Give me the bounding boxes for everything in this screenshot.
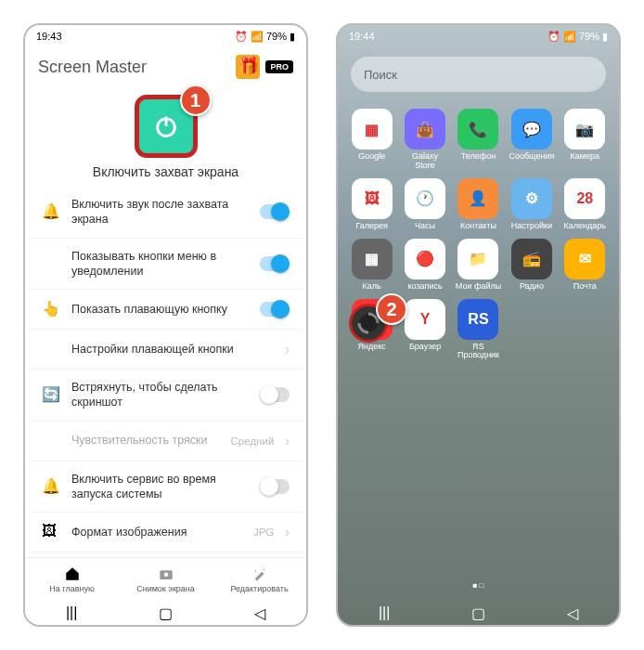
setting-label: Показать плавающую кнопку xyxy=(71,302,249,317)
app-каль[interactable]: ▦Каль xyxy=(349,239,394,292)
app-icon: ▦ xyxy=(352,239,393,280)
setting-item[interactable]: 👆Показать плавающую кнопку xyxy=(29,290,303,330)
toggle-switch[interactable] xyxy=(260,387,290,402)
status-bar: 19:44 ⏰ 📶 79% ▮ xyxy=(338,25,619,47)
toggle-switch[interactable] xyxy=(260,256,290,271)
app-label: Телефон xyxy=(456,152,501,162)
system-nav: ||| ▢ ◁ xyxy=(338,601,619,625)
app-label: Радио xyxy=(509,282,554,292)
app-label: Часы xyxy=(402,222,447,231)
app-браузер[interactable]: YБраузер xyxy=(402,299,447,361)
app-label: козапись xyxy=(402,282,447,292)
setting-item[interactable]: Чувствительность тряскиСредний› xyxy=(29,422,303,462)
app-icon: 📁 xyxy=(457,239,498,280)
setting-label: Показывать кнопки меню в уведомлении xyxy=(71,249,249,280)
setting-value: JPG xyxy=(253,526,274,538)
toggle-switch[interactable] xyxy=(260,479,290,494)
signal-icon: 📶 xyxy=(563,31,576,43)
setting-label: Включить звук после захвата экрана xyxy=(71,197,249,228)
search-placeholder: Поиск xyxy=(364,68,397,82)
search-bar[interactable]: Поиск xyxy=(351,57,606,92)
app-почта[interactable]: ✉Почта xyxy=(562,239,608,292)
signal-icon: 📶 xyxy=(251,31,264,43)
app-сообщения[interactable]: 💬Сообщения xyxy=(509,109,554,171)
nav-edit[interactable]: Редактировать xyxy=(213,558,306,601)
pro-badge[interactable]: PRO xyxy=(265,60,293,73)
app-радио[interactable]: 📻Радио xyxy=(509,239,554,292)
setting-label: Формат изображения xyxy=(71,525,242,540)
app-galaxy store[interactable]: 👜Galaxy Store xyxy=(402,109,447,171)
app-label: Сообщения xyxy=(509,152,554,162)
svg-point-3 xyxy=(163,573,168,578)
chevron-right-icon: › xyxy=(285,342,290,357)
app-label: Galaxy Store xyxy=(402,152,447,171)
app-icon: ✉ xyxy=(564,239,605,280)
gift-icon[interactable] xyxy=(236,55,260,79)
app-козапись[interactable]: 🔴козапись xyxy=(402,239,447,292)
setting-item[interactable]: 🔔Включить сервис во время запуска систем… xyxy=(29,462,303,514)
app-label: Почта xyxy=(562,282,608,292)
settings-list: 🔔Включить звук после захвата экранаПоказ… xyxy=(25,187,306,552)
bottom-nav: На главную Снимок экрана Редактировать xyxy=(25,557,306,601)
app-icon: ⚙ xyxy=(511,178,552,219)
app-часы[interactable]: 🕐Часы xyxy=(402,178,447,231)
setting-label: Настройки плавающей кнопки xyxy=(71,342,274,357)
setting-item[interactable]: Показывать кнопки меню в уведомлении xyxy=(29,239,303,291)
home-icon xyxy=(64,566,81,582)
power-section: 1 Включить захват экрана xyxy=(25,86,306,187)
battery-icon: ▮ xyxy=(602,31,608,43)
chevron-right-icon: › xyxy=(285,434,290,448)
blank-icon xyxy=(42,254,60,273)
app-rs проводник[interactable]: RSRS Проводник xyxy=(456,299,501,361)
app-icon: Y xyxy=(405,299,445,340)
setting-item[interactable]: 🔔Включить звук после захвата экрана xyxy=(29,187,303,239)
app-label: RS Проводник xyxy=(456,343,501,361)
nav-screenshot[interactable]: Снимок экрана xyxy=(119,558,213,601)
back-button[interactable]: ◁ xyxy=(254,604,265,622)
app-icon: 📞 xyxy=(457,109,498,150)
recents-button[interactable]: ||| xyxy=(379,604,390,621)
app-icon: 🔴 xyxy=(405,239,445,280)
app-телефон[interactable]: 📞Телефон xyxy=(456,109,501,171)
blank-icon xyxy=(42,340,60,358)
app-камера[interactable]: 📷Камера xyxy=(562,109,608,171)
toggle-switch[interactable] xyxy=(260,204,290,219)
img-icon: 🖼 xyxy=(42,523,60,541)
phone-right: 19:44 ⏰ 📶 79% ▮ Поиск ▦Google👜Galaxy Sto… xyxy=(336,23,621,627)
setting-label: Чувствительность тряски xyxy=(71,433,220,448)
app-label: Google xyxy=(349,152,394,162)
app-icon: 📷 xyxy=(564,109,605,150)
home-button[interactable]: ▢ xyxy=(159,604,173,622)
nav-home[interactable]: На главную xyxy=(25,558,119,601)
floating-capture-button[interactable]: 2 xyxy=(349,304,388,343)
app-галерея[interactable]: 🖼Галерея xyxy=(349,178,394,231)
status-bar: 19:43 ⏰ 📶 79% ▮ xyxy=(25,25,306,47)
power-caption: Включить захват экрана xyxy=(25,164,306,179)
rocket-icon: 🔔 xyxy=(42,477,60,496)
wand-icon xyxy=(251,566,268,582)
status-time: 19:44 xyxy=(349,31,375,42)
app-icon: 💬 xyxy=(511,109,552,150)
camera-icon xyxy=(158,566,174,582)
annotation-marker-1: 1 xyxy=(180,84,212,116)
toggle-switch[interactable] xyxy=(260,302,290,317)
app-icon: 🕐 xyxy=(405,178,445,219)
app-мои файлы[interactable]: 📁Мои файлы xyxy=(456,239,501,292)
app-label: Настройки xyxy=(509,222,554,231)
app-label: Камера xyxy=(562,152,608,162)
app-label: Яндекс xyxy=(349,343,394,352)
setting-item[interactable]: 🖼Формат изображенияJPG› xyxy=(29,513,303,552)
app-label: Браузер xyxy=(402,343,447,352)
blank-icon xyxy=(42,432,60,450)
home-button[interactable]: ▢ xyxy=(471,604,485,622)
app-icon: 🖼 xyxy=(352,178,393,219)
battery-text: 79% xyxy=(579,31,599,42)
app-google[interactable]: ▦Google xyxy=(349,109,394,171)
app-настройки[interactable]: ⚙Настройки xyxy=(509,178,554,231)
setting-item[interactable]: Настройки плавающей кнопки› xyxy=(29,330,303,370)
app-контакты[interactable]: 👤Контакты xyxy=(456,178,501,231)
setting-item[interactable]: 🔄Встряхнуть, чтобы сделать скриншот xyxy=(29,370,303,422)
recents-button[interactable]: ||| xyxy=(66,604,77,621)
back-button[interactable]: ◁ xyxy=(567,604,578,622)
app-календарь[interactable]: 28Календарь xyxy=(562,178,608,231)
